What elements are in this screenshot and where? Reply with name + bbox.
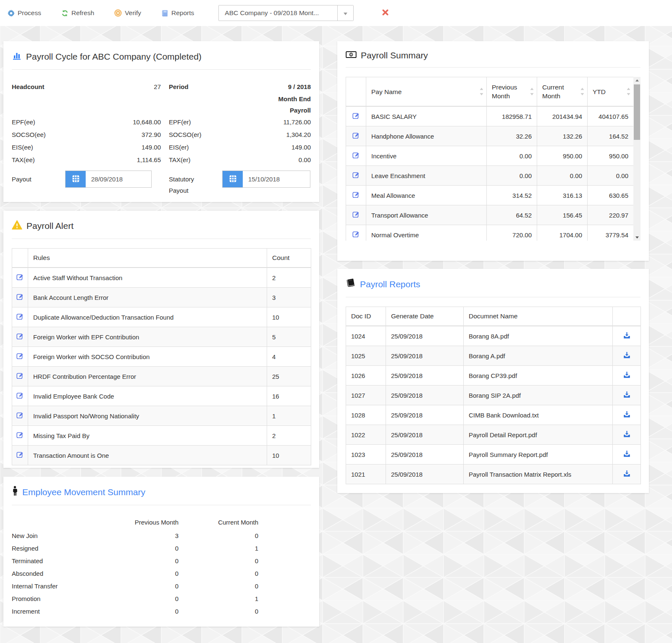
summary-pay-name: BASIC SALARY [366, 106, 487, 126]
alert-rule: Missing Tax Paid By [28, 426, 267, 446]
divider [346, 297, 640, 297]
edit-icon[interactable] [16, 452, 24, 459]
edit-icon[interactable] [16, 294, 24, 302]
person-icon [12, 486, 18, 498]
movement-current-month: 0 [178, 580, 258, 593]
edit-icon[interactable] [352, 232, 360, 239]
reports-button[interactable]: Reports [161, 9, 194, 17]
verify-button[interactable]: Verify [114, 9, 141, 17]
payroll-summary-panel: Payroll Summary Pay Name Previous Month … [337, 41, 649, 261]
edit-icon[interactable] [352, 192, 360, 199]
payout-label: Payout [12, 171, 65, 185]
edit-icon[interactable] [16, 334, 24, 341]
edit-icon[interactable] [16, 373, 24, 381]
payroll-alert-title: Payroll Alert [3, 211, 319, 239]
download-icon[interactable] [623, 412, 630, 419]
statutory-calendar-button[interactable] [223, 171, 243, 187]
movement-previous-month: 0 [125, 567, 178, 580]
payout-calendar-button[interactable] [66, 171, 86, 187]
payroll-reports-title-text: Payroll Reports [360, 279, 420, 289]
epf-ee-value: 10,648.00 [133, 116, 161, 129]
summary-current-month: 316.13 [537, 186, 588, 205]
summary-pay-name: Leave Encashment [366, 166, 487, 186]
summary-col-previous-month[interactable]: Previous Month [487, 77, 537, 107]
socso-er-value: 1,304.20 [286, 129, 311, 141]
payroll-cycle-title-text: Payroll Cycle for ABC Company (Completed… [26, 52, 202, 62]
summary-col-current-month[interactable]: Current Month [537, 77, 588, 107]
dropdown-caret-button[interactable] [337, 5, 353, 21]
download-icon[interactable] [623, 451, 630, 459]
payroll-alert-table: Rules Count Active Staff Without Transac… [12, 248, 311, 465]
edit-icon[interactable] [16, 275, 24, 282]
edit-icon[interactable] [16, 314, 24, 321]
summary-previous-month: 720.00 [487, 225, 537, 241]
download-icon[interactable] [623, 471, 630, 478]
movement-col-previous-month: Previous Month [125, 516, 178, 529]
payout-date-group [65, 171, 152, 188]
alert-count: 1 [267, 406, 311, 426]
download-icon[interactable] [623, 432, 630, 439]
payroll-cycle-panel: Payroll Cycle for ABC Company (Completed… [3, 41, 319, 202]
summary-col-pay-name[interactable]: Pay Name [366, 77, 487, 107]
edit-icon[interactable] [352, 133, 360, 140]
process-button[interactable]: Process [8, 9, 41, 17]
eis-er-label: EIS(er) [169, 141, 189, 154]
company-period-select-value[interactable]: ABC Company - 09/2018 Mont... [219, 5, 337, 21]
summary-previous-month: 32.26 [487, 126, 537, 146]
report-doc-id: 1021 [346, 465, 386, 484]
report-document-name: Payroll Detail Report.pdf [464, 425, 613, 445]
summary-current-month: 950.00 [537, 146, 588, 166]
download-icon[interactable] [623, 353, 630, 360]
edit-icon[interactable] [352, 113, 360, 121]
scrollbar-up-arrow[interactable] [633, 77, 640, 84]
report-doc-id: 1028 [346, 405, 386, 425]
edit-icon[interactable] [352, 173, 360, 180]
movement-previous-month: 3 [125, 530, 178, 542]
movement-current-month: 0 [178, 530, 258, 542]
divider [346, 67, 640, 68]
summary-col-ytd[interactable]: YTD [588, 77, 634, 107]
movement-row: Internal Transfer 0 0 [12, 580, 311, 593]
reports-col-generate-date: Generate Date [386, 307, 464, 326]
alert-row: Active Staff Without Transaction 2 [12, 268, 311, 288]
movement-row: New Join 3 0 [12, 530, 311, 542]
edit-icon[interactable] [16, 413, 24, 420]
report-document-name: Borang CP39.pdf [464, 366, 613, 386]
scrollbar-thumb[interactable] [634, 84, 640, 140]
headcount-label: Headcount [12, 81, 45, 93]
refresh-icon [61, 10, 68, 17]
alert-row: Transaction Amount is One 10 [12, 446, 311, 465]
download-icon[interactable] [623, 373, 630, 380]
summary-ytd: 630.65 [588, 186, 634, 205]
movement-label: Increment [12, 605, 125, 618]
edit-icon[interactable] [16, 433, 24, 440]
alert-count: 10 [267, 446, 311, 465]
edit-icon[interactable] [16, 393, 24, 400]
summary-previous-month: 64.52 [487, 205, 537, 225]
movement-previous-month: 0 [125, 593, 178, 605]
close-button[interactable] [382, 9, 388, 17]
tax-ee-label: TAX(ee) [12, 154, 35, 166]
alert-count: 25 [267, 367, 311, 386]
movement-previous-month: 0 [125, 542, 178, 555]
edit-icon[interactable] [352, 212, 360, 219]
edit-icon[interactable] [352, 153, 360, 160]
period-value-line1: 9 / 2018 [288, 81, 311, 93]
summary-current-month: 132.26 [537, 126, 588, 146]
stat-row: TAX(ee) 1,114.65 [12, 154, 161, 166]
refresh-button[interactable]: Refresh [61, 9, 94, 17]
alert-count: 2 [267, 426, 311, 446]
company-period-select[interactable]: ABC Company - 09/2018 Mont... [218, 5, 354, 21]
period-label: Period [169, 81, 189, 93]
payout-date-input[interactable] [86, 171, 151, 187]
download-icon[interactable] [623, 392, 630, 399]
statutory-date-input[interactable] [243, 171, 310, 187]
download-icon[interactable] [623, 333, 630, 340]
statutory-payout-label: Statutory Payout [169, 171, 222, 196]
scrollbar-down-arrow[interactable] [633, 234, 640, 241]
payroll-cycle-title: Payroll Cycle for ABC Company (Completed… [3, 41, 319, 69]
edit-icon[interactable] [16, 354, 24, 361]
summary-col-current-month-label: Current Month [542, 83, 575, 100]
movement-label: Resigned [12, 542, 125, 555]
alert-rule: Invalid Passport No/Wrong Nationality [28, 406, 267, 426]
